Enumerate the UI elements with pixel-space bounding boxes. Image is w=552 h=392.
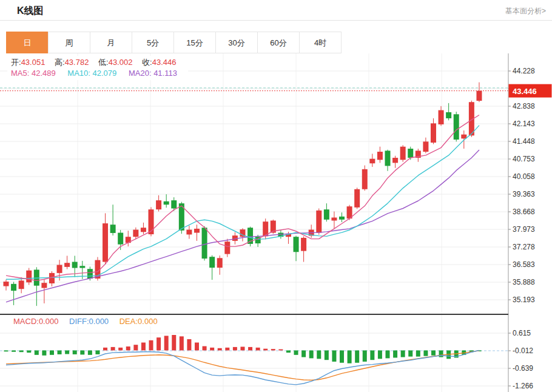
diff-line	[6, 350, 479, 385]
candle-body	[171, 200, 177, 208]
open-value: 43.051	[21, 58, 45, 67]
macd-bar	[423, 350, 428, 356]
candle-body	[72, 262, 78, 268]
candle-body	[294, 237, 299, 252]
close-value: 43.446	[152, 58, 177, 67]
candle-body	[64, 263, 70, 267]
page-header: K线图 基本面分析>	[0, 0, 552, 21]
macd-bar	[416, 350, 420, 356]
candle-body	[423, 141, 428, 152]
ma5-line	[6, 115, 479, 281]
price-grid-layer: 44.22843.53342.83842.14341.44840.75340.0…	[0, 53, 535, 314]
ma20-value: MA20: 41.113	[129, 69, 177, 78]
macd-bar	[118, 348, 123, 351]
macd-bar	[294, 350, 298, 354]
macd-chart-canvas[interactable]: 0.615-0.012-0.639-1.266	[0, 315, 552, 392]
price-tick-label: 42.838	[513, 102, 535, 110]
tab-15min[interactable]: 15分	[173, 32, 216, 53]
tab-month[interactable]: 月	[90, 32, 132, 53]
dea-line	[6, 351, 479, 380]
candle-body	[369, 159, 375, 164]
candle-body	[209, 257, 215, 268]
macd-bar	[172, 335, 176, 350]
candle-body	[4, 282, 9, 286]
candle-body	[110, 225, 116, 233]
tab-30min[interactable]: 30分	[215, 32, 258, 53]
macd-bar	[301, 350, 306, 357]
macd-bar	[317, 350, 321, 359]
candle-body	[408, 149, 413, 158]
kline-chart: 44.22843.53342.83842.14341.44840.75340.0…	[0, 53, 552, 392]
candle-body	[476, 91, 482, 101]
macd-bar	[157, 337, 161, 350]
ma10-value: MA10: 42.079	[67, 69, 116, 78]
candle-body	[149, 209, 154, 234]
ma-row: MA5: 42.489 MA10: 42.079 MA20: 41.113	[11, 68, 183, 79]
macd-bar	[325, 350, 329, 360]
macd-bar	[386, 350, 390, 358]
macd-bar	[50, 350, 54, 354]
macd-bar	[80, 350, 84, 354]
fundamental-analysis-link[interactable]: 基本面分析>	[505, 6, 546, 16]
macd-bar	[439, 350, 443, 357]
macd-bar	[263, 349, 268, 351]
macd-bar	[256, 348, 260, 351]
macd-bar	[27, 350, 31, 353]
macd-bar	[271, 349, 275, 350]
macd-bar	[340, 350, 344, 362]
tab-5min[interactable]: 5分	[132, 32, 174, 53]
candle-body	[301, 238, 306, 251]
macd-bar	[370, 350, 374, 360]
tab-4hour[interactable]: 4时	[299, 32, 342, 53]
macd-bar	[180, 336, 184, 350]
macd-bar	[355, 350, 359, 362]
candle-body	[454, 114, 459, 140]
candle-body	[331, 218, 337, 221]
tab-60min[interactable]: 60分	[257, 32, 300, 53]
main-chart-canvas[interactable]: 44.22843.53342.83842.14341.44840.75340.0…	[0, 53, 552, 315]
macd-bar	[408, 350, 412, 356]
macd-bar	[401, 350, 405, 357]
candle-body	[57, 265, 62, 273]
diff-value: DIFF:0.000	[69, 317, 109, 326]
tab-day[interactable]: 日	[6, 32, 49, 53]
candle-body	[339, 217, 345, 220]
price-tick-label: 36.583	[513, 260, 535, 269]
macd-bar	[58, 350, 62, 354]
candle-body	[392, 158, 398, 163]
ohlc-row: 开:43.051 高:43.782 低:43.002 收:43.446	[11, 57, 183, 68]
price-tick-label: 37.278	[513, 243, 535, 251]
price-tick-label: 35.888	[513, 278, 535, 286]
open-label: 开:	[11, 58, 21, 67]
candle-body	[79, 266, 85, 268]
price-tick-label: 37.973	[513, 225, 535, 234]
macd-bar	[195, 342, 199, 350]
candle-body	[377, 152, 383, 160]
macd-bar	[203, 346, 207, 351]
tab-week[interactable]: 周	[48, 32, 90, 53]
macd-histogram-layer	[4, 335, 482, 363]
candle-body	[217, 258, 223, 268]
candle-body	[400, 147, 406, 160]
candle-body	[19, 280, 24, 289]
price-tick-label: 44.228	[513, 67, 535, 75]
candle-body	[156, 200, 161, 209]
page-title: K线图	[17, 5, 44, 18]
macd-value: MACD:0.000	[13, 317, 58, 326]
candle-body	[164, 201, 169, 204]
price-tick-label: 35.193	[513, 296, 535, 304]
dea-value: DEA:0.000	[119, 317, 158, 326]
macd-bar	[88, 350, 92, 354]
candle-body	[133, 230, 138, 237]
macd-bar	[393, 350, 397, 357]
price-tick-label: 42.143	[513, 120, 535, 128]
macd-bar	[65, 350, 69, 354]
candle-body	[11, 284, 16, 291]
macd-tick-label: -0.012	[513, 346, 533, 355]
macd-bar	[133, 345, 138, 350]
low-value: 43.002	[109, 58, 133, 67]
candle-body	[26, 271, 32, 283]
high-value: 43.782	[65, 58, 89, 67]
candle-body	[316, 211, 321, 233]
price-tick-label: 38.668	[513, 208, 535, 216]
